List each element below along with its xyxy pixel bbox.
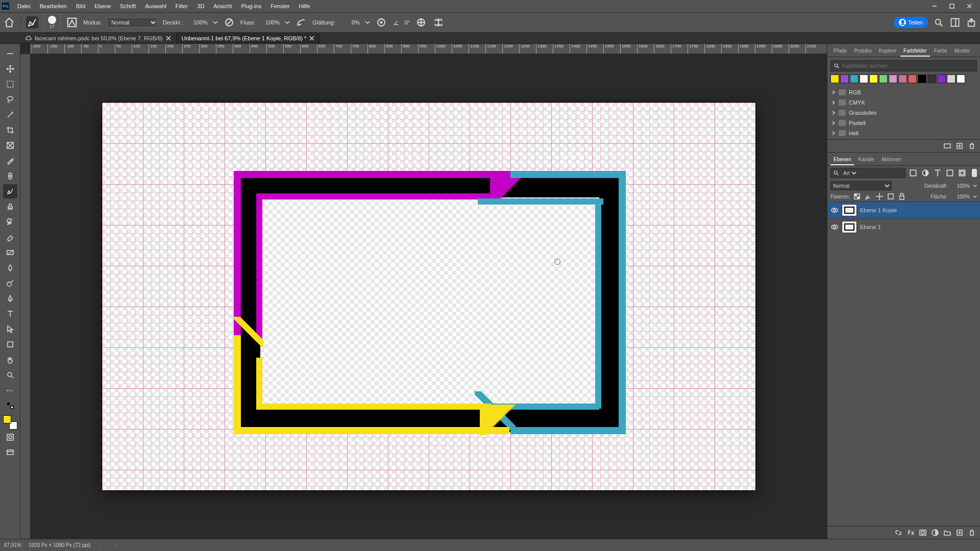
trash-icon[interactable] xyxy=(968,529,976,537)
doc-info[interactable]: 1920 Px × 1080 Px (72 ppi) xyxy=(29,542,90,548)
swatch[interactable] xyxy=(947,74,955,83)
dodge-tool[interactable] xyxy=(3,276,17,290)
stamp-tool[interactable] xyxy=(3,199,17,214)
search-icon[interactable] xyxy=(933,17,944,28)
menu-fenster[interactable]: Fenster xyxy=(266,2,293,11)
current-tool-icon[interactable] xyxy=(26,16,38,29)
quick-mask-button[interactable] xyxy=(3,430,17,444)
new-layer-icon[interactable] xyxy=(955,529,964,537)
chevron-down-icon[interactable] xyxy=(365,20,370,25)
zoom-tool[interactable] xyxy=(3,368,17,382)
swatch[interactable] xyxy=(918,74,926,83)
pressure-opacity-icon[interactable] xyxy=(223,16,235,29)
swatch-folder[interactable]: Pastell xyxy=(827,118,980,128)
blur-tool[interactable] xyxy=(3,261,17,275)
eyedropper-tool[interactable] xyxy=(3,154,17,168)
menu-schrift[interactable]: Schrift xyxy=(116,2,140,11)
blend-mode-select[interactable]: Normal xyxy=(107,17,158,28)
lock-artboard-icon[interactable] xyxy=(887,192,895,201)
swatch-folder[interactable]: CMYK xyxy=(827,97,980,108)
opacity-value[interactable]: 100% xyxy=(188,19,208,26)
swatch[interactable] xyxy=(879,74,888,83)
hand-tool[interactable] xyxy=(3,353,17,367)
foreground-background-colors[interactable] xyxy=(3,415,17,430)
marquee-tool[interactable] xyxy=(3,77,17,91)
filter-smart-icon[interactable] xyxy=(958,168,967,178)
airbrush-icon[interactable] xyxy=(295,16,307,29)
layer-opacity-value[interactable]: 100% xyxy=(950,183,970,189)
menu-datei[interactable]: Datei xyxy=(13,2,35,11)
document-tab[interactable]: Unbenannt-1 bei 67,9% (Ebene 1 Kopie, RG… xyxy=(177,33,321,43)
visibility-icon[interactable] xyxy=(830,223,839,231)
layer-name[interactable]: Ebene 1 Kopie xyxy=(860,207,977,213)
swatch[interactable] xyxy=(908,74,917,83)
layer-row[interactable]: Ebene 1 Kopie xyxy=(827,202,980,218)
lock-transparent-icon[interactable] xyxy=(853,192,861,201)
swatch[interactable] xyxy=(889,74,897,83)
vertical-ruler[interactable] xyxy=(20,54,31,539)
link-layers-icon[interactable] xyxy=(894,529,902,537)
menu-auswahl[interactable]: Auswahl xyxy=(141,2,170,11)
filter-shape-icon[interactable] xyxy=(945,168,954,178)
close-button[interactable] xyxy=(961,0,978,12)
tab-grabber-icon[interactable] xyxy=(3,46,17,61)
swatch[interactable] xyxy=(860,74,868,83)
brush-tool[interactable] xyxy=(3,184,17,198)
swatch-folder[interactable]: Hell xyxy=(827,128,980,138)
layer-blend-mode[interactable]: Normal xyxy=(830,181,892,190)
swatch[interactable] xyxy=(830,74,839,83)
adjustment-layer-icon[interactable] xyxy=(931,529,939,537)
swatch-search-input[interactable] xyxy=(842,63,976,69)
layer-thumbnail[interactable] xyxy=(842,204,857,216)
horizontal-ruler[interactable]: -200-150-100-500501001502002503003504004… xyxy=(31,44,827,54)
panel-tab-kopiere[interactable]: Kopiere xyxy=(876,46,899,57)
workspace-chooser-icon[interactable] xyxy=(949,17,961,28)
swatch[interactable] xyxy=(869,74,878,83)
swatch-cloud-icon[interactable] xyxy=(943,142,951,150)
lock-all-icon[interactable] xyxy=(898,192,906,201)
canvas-viewport[interactable] xyxy=(31,54,827,539)
smoothing-value[interactable]: 0% xyxy=(340,19,360,26)
panel-tab-aktionen[interactable]: Aktionen xyxy=(878,155,904,165)
angle-value[interactable]: 0° xyxy=(405,19,410,26)
angle-icon[interactable] xyxy=(393,19,400,26)
lock-pixels-icon[interactable] xyxy=(864,192,872,201)
panel-tab-protoko[interactable]: Protoko xyxy=(851,46,874,57)
menu-3d[interactable]: 3D xyxy=(193,2,208,11)
brush-settings-icon[interactable] xyxy=(66,16,78,29)
filter-pixel-icon[interactable] xyxy=(909,168,918,178)
export-icon[interactable] xyxy=(966,17,977,28)
menu-filter[interactable]: Filter xyxy=(172,2,192,11)
menu-plug-ins[interactable]: Plug-ins xyxy=(237,2,265,11)
panel-tab-muster[interactable]: Muster xyxy=(951,46,973,57)
panel-tab-farbe[interactable]: Farbe xyxy=(931,46,950,57)
layer-row[interactable]: Ebene 1 xyxy=(827,218,980,235)
swatch[interactable] xyxy=(937,74,946,83)
type-tool[interactable] xyxy=(3,307,17,321)
layer-group-icon[interactable] xyxy=(943,529,951,537)
menu-ansicht[interactable]: Ansicht xyxy=(209,2,236,11)
panel-tab-farbfelder[interactable]: Farbfelder xyxy=(900,46,930,57)
new-swatch-icon[interactable] xyxy=(955,142,964,150)
chevron-down-icon[interactable] xyxy=(213,20,218,25)
doc-info-chevron[interactable]: 〈 xyxy=(112,542,117,549)
visibility-icon[interactable] xyxy=(830,206,839,214)
filter-type-icon[interactable] xyxy=(933,168,942,178)
swatch-folder[interactable]: RGB xyxy=(827,87,980,97)
healing-tool[interactable] xyxy=(3,169,17,183)
move-tool[interactable] xyxy=(3,62,17,76)
foreground-color-swatch[interactable] xyxy=(3,415,11,423)
edit-toolbar-button[interactable]: ••• xyxy=(3,383,17,397)
smoothing-options-icon[interactable] xyxy=(375,16,387,29)
menu-ebene[interactable]: Ebene xyxy=(90,2,115,11)
doc-info-chevron[interactable]: 〉 xyxy=(97,542,103,549)
wand-tool[interactable] xyxy=(3,108,17,122)
fill-value[interactable]: 100% xyxy=(950,194,970,199)
frame-tool[interactable] xyxy=(3,138,17,153)
trash-icon[interactable] xyxy=(968,142,976,150)
filter-toggle[interactable] xyxy=(972,169,977,177)
layer-filter[interactable]: Art xyxy=(830,168,905,178)
gradient-tool[interactable] xyxy=(3,245,17,260)
screen-mode-button[interactable] xyxy=(3,445,17,460)
brush-preset-picker[interactable]: 17 xyxy=(43,14,61,31)
